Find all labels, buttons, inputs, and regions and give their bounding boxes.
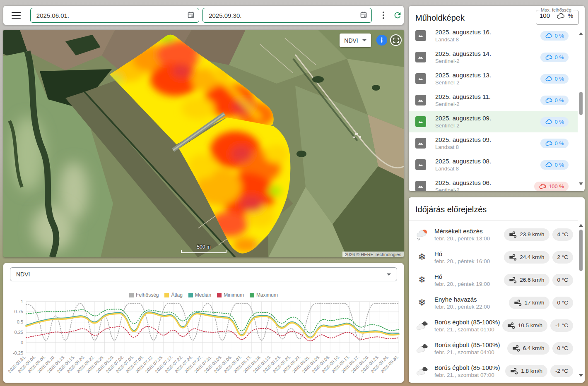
temperature-pill: -2 °C [550, 365, 573, 377]
wind-speed-pill: 1.8 km/h [505, 365, 547, 377]
date-to-input[interactable]: 2025.09.30. [202, 8, 371, 23]
scroll-up-icon[interactable] [579, 224, 583, 227]
satellite-map[interactable]: NDVI 500 m 2026 © HERE Technologies [3, 30, 404, 257]
scrollbar-thumb[interactable] [579, 92, 583, 115]
ndvi-chart: 10.750.50.250-0.252025.05.31.2025.06.04.… [7, 300, 400, 382]
satellite-image-item[interactable]: 2025. augusztus 09.Sentinel-20 % [409, 111, 578, 132]
legend-label: Átlag [171, 292, 182, 298]
svg-text:-0.25: -0.25 [13, 350, 23, 355]
map-layer-select[interactable]: NDVI [340, 34, 371, 47]
weather-list-scrollbar [578, 223, 584, 378]
chart-panel: NDVI FelhősségÁtlagMediánMinimumMaximum … [3, 263, 404, 383]
legend-label: Felhősség [136, 292, 159, 298]
satellite-list-scrollbar [578, 31, 584, 186]
scroll-down-icon[interactable] [579, 374, 583, 377]
calendar-icon[interactable] [187, 11, 195, 20]
weather-condition: Enyhe havazás [434, 296, 509, 303]
fullscreen-icon[interactable] [390, 34, 402, 46]
wind-speed-pill: 23.9 km/h [504, 228, 549, 241]
weather-list: Mérsékelt esőzésfebr. 20., péntek 13:002… [409, 220, 578, 383]
rain-sun-icon [414, 228, 429, 242]
legend-swatch [164, 293, 169, 297]
calendar-icon[interactable] [360, 11, 367, 20]
temperature-pill: 0 °C [552, 342, 573, 355]
temperature-pill: 2 °C [552, 251, 573, 264]
satellite-date: 2025. augusztus 06. [435, 179, 534, 186]
cloud-coverage-badge: 0 % [540, 74, 569, 84]
satellite-source: Landsat 8 [435, 36, 540, 43]
weather-forecast-item: Mérsékelt esőzésfebr. 20., péntek 13:002… [409, 223, 578, 246]
svg-text:0.75: 0.75 [14, 309, 23, 314]
cloud-coverage-badge: 0 % [540, 160, 569, 170]
legend-item[interactable]: Medián [188, 292, 211, 298]
satellite-image-item[interactable]: 2025. augusztus 11.Sentinel-20 % [409, 89, 578, 111]
clouds-icon [414, 319, 429, 333]
wind-speed-pill: 17 km/h [509, 297, 549, 309]
weather-time: febr. 20., péntek 13:00 [434, 235, 504, 242]
satellite-source: Sentinel-2 [435, 122, 540, 129]
toolbar: 2025.06.01. 2025.09.30. [3, 6, 404, 25]
scrollbar-thumb[interactable] [579, 230, 583, 271]
legend-item[interactable]: Maximum [250, 292, 278, 298]
scroll-up-icon[interactable] [579, 32, 583, 35]
satellite-source: Landsat 8 [435, 165, 540, 172]
max-cloud-filter[interactable]: Max. felhősség 100 % [536, 7, 579, 25]
more-options-icon[interactable] [378, 10, 389, 21]
satellite-image-item[interactable]: 2025. augusztus 13.Sentinel-20 % [409, 68, 578, 89]
legend-label: Maximum [256, 292, 278, 298]
weather-condition: Borús égbolt (85-100%) [434, 319, 502, 326]
weather-forecast-item: Borús égbolt (85-100%)febr. 21., szombat… [409, 360, 578, 382]
legend-label: Medián [195, 292, 211, 298]
satellite-image-item[interactable]: 2025. augusztus 08.Landsat 80 % [409, 154, 578, 175]
satellite-image-item[interactable]: 2025. augusztus 09.Landsat 80 % [409, 132, 578, 154]
scale-label: 500 m [181, 244, 227, 250]
snowflake-icon: ❄ [414, 250, 429, 264]
satellite-date: 2025. augusztus 11. [435, 93, 540, 100]
cloud-coverage-badge: 0 % [540, 53, 569, 62]
satellite-date: 2025. augusztus 13. [435, 72, 540, 79]
legend-swatch [217, 293, 222, 297]
legend-label: Minimum [224, 292, 244, 298]
date-from-input[interactable]: 2025.06.01. [30, 8, 199, 23]
clouds-icon [414, 364, 429, 378]
legend-item[interactable]: Átlag [164, 292, 182, 298]
temperature-pill: -1 °C [550, 319, 573, 332]
svg-text:1: 1 [21, 300, 23, 304]
image-icon [415, 95, 426, 105]
weather-condition: Hó [434, 250, 504, 257]
weather-forecast-item: ❄Enyhe havazásfebr. 20., péntek 22:0017 … [409, 291, 578, 314]
weather-time: febr. 21., szombat 04:00 [434, 349, 507, 355]
satellite-image-item[interactable]: 2025. augusztus 14.Sentinel-20 % [409, 46, 578, 68]
legend-item[interactable]: Felhősség [129, 292, 159, 298]
satellite-date: 2025. augusztus 16. [435, 30, 540, 36]
weather-panel: Időjárás előrejelzés Mérsékelt esőzésfeb… [409, 197, 585, 383]
snowflake-icon: ❄ [414, 273, 429, 287]
satellite-source: Sentinel-2 [435, 79, 540, 86]
svg-text:0: 0 [21, 340, 23, 345]
weather-condition: Borús égbolt (85-100%) [434, 364, 505, 371]
max-cloud-input[interactable]: 100 [540, 12, 554, 19]
info-icon[interactable] [376, 35, 387, 46]
weather-time: febr. 20., péntek 22:00 [434, 304, 509, 310]
menu-icon[interactable] [12, 12, 21, 19]
svg-text:0.5: 0.5 [17, 319, 23, 324]
chart-index-select[interactable]: NDVI [10, 267, 397, 281]
wind-speed-pill: 10.5 km/h [502, 319, 547, 332]
scroll-down-icon[interactable] [579, 182, 583, 185]
satellite-images-panel: Műholdképek Max. felhősség 100 % 2025. a… [409, 6, 585, 191]
satellite-image-item[interactable]: 2025. augusztus 06.Sentinel-2100 % [409, 175, 578, 191]
cloud-coverage-badge: 0 % [540, 139, 569, 148]
satellite-source: Landsat 8 [435, 144, 540, 150]
satellite-date: 2025. augusztus 08. [435, 158, 540, 165]
chevron-down-icon [387, 273, 391, 276]
refresh-icon[interactable] [391, 9, 404, 22]
snowflake-icon: ❄ [414, 296, 429, 310]
satellite-source: Sentinel-2 [435, 187, 534, 191]
legend-swatch [188, 293, 193, 297]
satellite-source: Sentinel-2 [435, 101, 540, 107]
cloud-coverage-badge: 0 % [540, 117, 569, 127]
cloud-coverage-badge: 100 % [534, 182, 569, 191]
image-icon [415, 73, 426, 84]
satellite-image-item[interactable]: 2025. augusztus 16.Landsat 80 % [409, 30, 578, 46]
legend-item[interactable]: Minimum [217, 292, 244, 298]
